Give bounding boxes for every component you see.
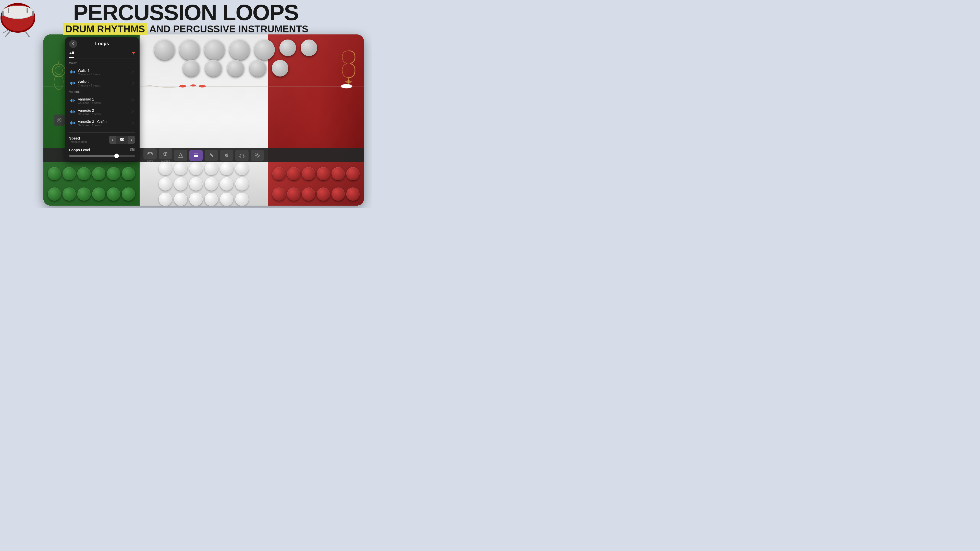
knob-5[interactable] xyxy=(255,40,275,60)
loop-heart-waltz1[interactable]: ♡ xyxy=(130,70,134,75)
loop-info-waltz2: Waltz 2 Classics · 3 beats xyxy=(78,80,130,87)
red-btn-7[interactable] xyxy=(272,187,286,201)
knob-6[interactable] xyxy=(280,40,296,56)
red-btn-3[interactable] xyxy=(302,167,315,180)
white-btn-16[interactable] xyxy=(205,192,218,206)
loop-meta-waltz2: Classics · 3 beats xyxy=(78,84,130,87)
loop-item-vanerao2[interactable]: Vanerão 2 Gaúchos · 2 beats ♡ xyxy=(69,106,135,118)
white-btn-11[interactable] xyxy=(220,177,233,191)
white-btn-1[interactable] xyxy=(159,162,172,175)
loop-heart-vanerao3[interactable]: ♡ xyxy=(130,121,134,126)
green-btn-2[interactable] xyxy=(62,167,76,180)
green-btn-12[interactable] xyxy=(122,187,135,201)
red-btn-10[interactable] xyxy=(317,187,330,201)
toolbar-settings-btn[interactable] xyxy=(251,150,264,161)
knob-2[interactable] xyxy=(180,40,200,60)
green-btn-7[interactable] xyxy=(48,187,61,201)
toolbar-loops-btn[interactable] xyxy=(189,150,203,161)
green-buttons xyxy=(43,162,140,206)
loop-item-vanerao3[interactable]: Vanerão 3 - Cajón Gaúchos · 2 beats ♡ xyxy=(69,118,135,129)
svg-rect-25 xyxy=(150,152,150,154)
white-btn-10[interactable] xyxy=(205,177,218,191)
white-btn-3[interactable] xyxy=(189,162,203,175)
loop-info-vanerao3: Vanerão 3 - Cajón Gaúchos · 2 beats xyxy=(78,120,130,127)
green-btn-3[interactable] xyxy=(77,167,91,180)
toolbar-headphones-btn[interactable] xyxy=(235,150,248,161)
loop-item-waltz2[interactable]: Waltz 2 Classics · 3 beats ♡ xyxy=(69,78,135,89)
svg-point-42 xyxy=(225,156,226,157)
green-btn-9[interactable] xyxy=(77,187,91,201)
green-btn-8[interactable] xyxy=(62,187,76,201)
speed-decrease-btn[interactable]: ‹ xyxy=(109,136,116,144)
svg-rect-34 xyxy=(194,156,198,157)
loop-item-vanerao1[interactable]: Vanerão 1 Gaúchos · 2 beats ♡ xyxy=(69,95,135,106)
loop-heart-waltz2[interactable]: ♡ xyxy=(130,81,134,86)
white-btn-17[interactable] xyxy=(220,192,233,206)
red-btn-1[interactable] xyxy=(272,167,286,180)
svg-rect-58 xyxy=(73,83,73,84)
speed-increase-btn[interactable]: › xyxy=(128,136,135,144)
white-btn-5[interactable] xyxy=(220,162,233,175)
toolbar-keys-btn[interactable] xyxy=(143,148,157,159)
white-btn-7[interactable] xyxy=(159,177,172,191)
slider-thumb[interactable] xyxy=(115,154,119,158)
knob-mid-3[interactable] xyxy=(228,60,244,76)
white-btn-12[interactable] xyxy=(235,177,248,191)
white-btn-8[interactable] xyxy=(174,177,187,191)
trigger-button[interactable] xyxy=(54,114,65,126)
svg-rect-52 xyxy=(73,71,73,73)
toolbar-record-btn[interactable] xyxy=(205,150,218,161)
red-btn-12[interactable] xyxy=(346,187,360,201)
knob-7[interactable] xyxy=(301,40,317,56)
white-btn-14[interactable] xyxy=(174,192,187,206)
knob-4[interactable] xyxy=(229,40,250,60)
red-btn-9[interactable] xyxy=(302,187,315,201)
svg-marker-30 xyxy=(179,153,183,157)
svg-point-45 xyxy=(256,154,258,156)
red-btn-5[interactable] xyxy=(331,167,345,180)
svg-point-47 xyxy=(58,119,60,121)
loop-heart-vanerao2[interactable]: ♡ xyxy=(130,110,134,114)
knob-mid-2[interactable] xyxy=(205,60,222,76)
toolbar-keys-label: KEYS xyxy=(147,160,153,162)
svg-rect-77 xyxy=(73,122,74,124)
white-btn-6[interactable] xyxy=(235,162,248,175)
red-btn-8[interactable] xyxy=(287,187,301,201)
svg-rect-78 xyxy=(74,122,75,124)
favorites-heart[interactable]: ♥ xyxy=(132,50,135,56)
knob-mid-4[interactable] xyxy=(250,60,266,76)
green-btn-11[interactable] xyxy=(107,187,120,201)
knob-1[interactable] xyxy=(154,40,175,60)
svg-marker-22 xyxy=(345,80,352,84)
green-btn-10[interactable] xyxy=(92,187,105,201)
knob-3[interactable] xyxy=(204,40,225,60)
white-btn-13[interactable] xyxy=(159,192,172,206)
white-btn-9[interactable] xyxy=(189,177,203,191)
green-btn-5[interactable] xyxy=(107,167,120,180)
green-btn-6[interactable] xyxy=(122,167,135,180)
toolbar-metronome-btn[interactable] xyxy=(174,150,187,161)
tab-all[interactable]: All xyxy=(69,51,74,58)
red-btn-6[interactable] xyxy=(346,167,360,180)
white-btn-18[interactable] xyxy=(235,192,248,206)
red-btn-11[interactable] xyxy=(331,187,345,201)
white-btn-2[interactable] xyxy=(174,162,187,175)
speed-label-wrap: Speed Tempo in bpm xyxy=(69,136,87,143)
white-btn-15[interactable] xyxy=(189,192,203,206)
toolbar-basses-btn[interactable] xyxy=(159,148,172,159)
back-button[interactable] xyxy=(69,40,77,48)
knob-mid-1[interactable] xyxy=(183,60,200,76)
loop-heart-vanerao1[interactable]: ♡ xyxy=(130,98,134,103)
loops-level-slider[interactable] xyxy=(69,155,135,157)
toolbar-mixer-btn[interactable] xyxy=(220,150,233,161)
knob-mid-5[interactable] xyxy=(272,60,288,76)
red-btn-2[interactable] xyxy=(287,167,301,180)
knobs-row-1 xyxy=(124,40,348,60)
green-btn-4[interactable] xyxy=(92,167,105,180)
loop-item-waltz1[interactable]: Waltz 1 Classics · 3 beats ♡ xyxy=(69,67,135,78)
white-btn-4[interactable] xyxy=(205,162,218,175)
level-label: Loops Level xyxy=(69,148,90,152)
red-btn-4[interactable] xyxy=(317,167,330,180)
green-btn-1[interactable] xyxy=(48,167,61,180)
svg-rect-32 xyxy=(194,154,198,154)
